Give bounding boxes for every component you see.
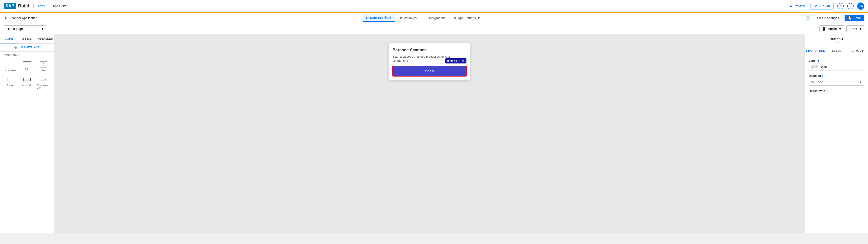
copy-icon[interactable]: ⎘ <box>459 59 460 63</box>
zoom-selector[interactable]: 100% ▼ <box>846 26 864 32</box>
zoom-chevron: ▼ <box>859 27 862 31</box>
dropdown-icon: ▼ <box>39 76 48 82</box>
preview-button[interactable]: ▶ Preview <box>787 3 807 9</box>
label-heading: Label ℹ <box>809 59 864 62</box>
disabled-info-icon[interactable]: ℹ <box>822 74 824 77</box>
sub-nav-tabs: ⊡ User Interface <> Variables ☰ Integrat… <box>42 14 804 22</box>
title-label: Title <box>25 68 29 70</box>
essentials-grid: ⬚ Container ─ Title ≡≡ Text Button <box>0 58 54 93</box>
tab-integrations[interactable]: ☰ Integrations <box>421 14 449 22</box>
repeat-info-icon[interactable]: ℹ <box>827 90 828 93</box>
abc-icon: ABC <box>811 66 818 69</box>
page-bar: Home page ▼ 📱 Mobile ▼ 100% ▼ <box>0 24 868 34</box>
right-panel-header: Button 1 Button <box>805 34 868 47</box>
input-field-label: Input field <box>22 84 32 86</box>
integrations-tab-label: Integrations <box>429 16 445 20</box>
card-title: Barcode Scanner <box>393 48 466 53</box>
repeat-heading: Repeat with ℹ <box>809 89 864 93</box>
avatar[interactable]: DW <box>857 2 864 10</box>
view-icon: 📱 <box>822 27 826 31</box>
sidebar-item-dropdown[interactable]: ▼ Dropdown field <box>36 74 51 91</box>
tab-properties[interactable]: PROPERTIES <box>805 47 826 55</box>
scan-button[interactable]: Scan <box>393 66 466 76</box>
page-selector[interactable]: Home page ▼ <box>4 26 47 32</box>
label-info-icon[interactable]: ℹ <box>818 59 819 62</box>
ui-tab-icon: ⊡ <box>366 16 369 20</box>
apps-link[interactable]: Apps <box>38 4 45 8</box>
sidebar-tabs: CORE BY ME INSTALLED <box>0 34 54 44</box>
sidebar-item-button[interactable]: Button <box>3 74 18 91</box>
sidebar-item-title[interactable]: ─ Title <box>19 60 35 74</box>
panel-subtitle: Button <box>809 41 864 44</box>
right-panel-content: Label ℹ ABC Scan Disabled ℹ ⊡ False <box>805 56 868 105</box>
button-tooltip: Button 1 ⎘ 🗑 <box>445 58 466 64</box>
canvas-area: Barcode Scanner Scan a barcode of a food… <box>54 34 805 233</box>
page-chevron: ▼ <box>41 27 44 31</box>
sidebar-item-text[interactable]: ≡≡ Text <box>36 60 51 74</box>
sidebar-item-container[interactable]: ⬚ Container <box>3 60 18 74</box>
tab-layout[interactable]: LAYOUT <box>847 47 868 55</box>
history-icon[interactable]: 🕐 <box>805 16 810 20</box>
nav-actions: ▶ Preview ↗ Publish ☺ ? DW <box>787 2 864 10</box>
disabled-select[interactable]: ⊡ False ▼ <box>809 79 864 85</box>
app-editor-breadcrumb: App Editor <box>53 4 67 8</box>
disabled-property: Disabled ℹ ⊡ False ▼ <box>809 74 864 85</box>
label-value: Scan <box>820 65 827 69</box>
marketplace-label: MARKETPLACE <box>20 46 39 49</box>
right-panel-tabs: PROPERTIES STYLE LAYOUT <box>805 47 868 56</box>
right-panel: Button 1 Button PROPERTIES STYLE LAYOUT … <box>805 34 868 233</box>
sidebar-tab-by-me[interactable]: BY ME <box>18 34 36 43</box>
text-label: Text <box>41 69 45 72</box>
repeat-property: Repeat with ℹ <box>809 89 864 101</box>
feedback-icon[interactable]: ☺ <box>837 3 844 9</box>
preview-icon: ▶ <box>790 4 792 8</box>
disabled-chevron: ▼ <box>859 80 862 84</box>
publish-icon: ↗ <box>814 4 817 8</box>
view-label: Mobile <box>828 27 837 31</box>
sub-nav-bar: ▲ Scanner Application ⊡ User Interface <… <box>0 12 868 24</box>
tab-user-interface[interactable]: ⊡ User Interface <box>362 14 395 22</box>
tab-app-settings[interactable]: ⚙ App Settings ▼ <box>450 14 484 22</box>
app-name-label: Scanner Application <box>9 16 37 20</box>
publish-button[interactable]: ↗ Publish <box>810 3 834 9</box>
left-sidebar: CORE BY ME INSTALLED 🏪 MARKETPLACE ESSEN… <box>0 34 54 233</box>
zoom-label: 100% <box>849 27 857 31</box>
tab-style[interactable]: STYLE <box>826 47 847 55</box>
button-icon <box>6 76 14 82</box>
tab-variables[interactable]: <> Variables <box>396 14 421 22</box>
view-chevron: ▼ <box>838 27 842 31</box>
button-label: Button <box>7 84 14 86</box>
disabled-heading: Disabled ℹ <box>809 74 864 77</box>
input-field-icon <box>23 76 31 82</box>
settings-tab-label: App Settings <box>458 16 476 20</box>
ui-tab-label: User Interface <box>370 16 391 20</box>
help-icon[interactable]: ? <box>847 3 854 9</box>
dropdown-label: Dropdown field <box>36 84 50 90</box>
disabled-value: False <box>816 80 824 84</box>
panel-title: Button 1 <box>809 37 864 41</box>
discard-button[interactable]: Discard changes <box>812 14 842 22</box>
sap-logo[interactable]: SAP Build <box>4 3 29 9</box>
settings-chevron: ▼ <box>477 16 480 20</box>
variables-tab-label: <> Variables <box>399 16 417 20</box>
repeat-input[interactable] <box>809 94 864 101</box>
container-label: Container <box>5 69 16 72</box>
scan-button-wrapper: Button 1 ⎘ 🗑 Scan <box>393 66 466 76</box>
essentials-label: ESSENTIALS <box>0 51 54 58</box>
sidebar-tab-installed[interactable]: INSTALLED <box>36 34 54 43</box>
delete-icon[interactable]: 🗑 <box>462 59 465 63</box>
title-icon: ─ <box>24 62 31 66</box>
view-selector[interactable]: 📱 Mobile ▼ <box>819 26 844 32</box>
save-button[interactable]: 💾 Save <box>844 15 864 21</box>
container-icon: ⬚ <box>6 62 14 68</box>
sap-logo-box: SAP <box>4 3 16 9</box>
sidebar-item-input-field[interactable]: Input field <box>19 74 35 91</box>
settings-icon: ⚙ <box>454 16 457 20</box>
marketplace-link[interactable]: 🏪 MARKETPLACE <box>0 44 54 51</box>
tooltip-label: Button 1 <box>447 60 457 63</box>
page-bar-right: 📱 Mobile ▼ 100% ▼ <box>819 26 864 32</box>
sidebar-tab-core[interactable]: CORE <box>0 34 18 43</box>
label-input[interactable]: ABC Scan <box>809 64 864 70</box>
publish-label: Publish <box>818 4 830 8</box>
save-label: Save <box>854 16 861 20</box>
